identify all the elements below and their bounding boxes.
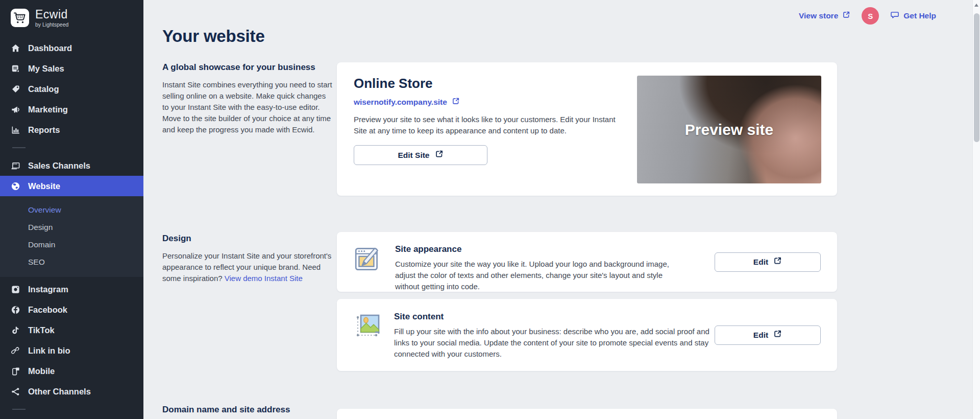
page-scrollbar — [972, 0, 980, 419]
sidebar-item-catalog[interactable]: Catalog — [0, 79, 143, 99]
design-section: Design Personalize your Instant Site and… — [162, 234, 334, 284]
online-store-card: Online Store wisernotify.company.site Pr… — [337, 62, 837, 196]
submenu-item-label: Overview — [28, 205, 61, 215]
brand-tagline: by Lightspeed — [35, 22, 68, 28]
view-store-link[interactable]: View store — [799, 11, 850, 21]
sidebar-nav: Dashboard My Sales Catalog — [0, 38, 143, 410]
sidebar: Ecwid by Lightspeed Dashboard My Sales — [0, 0, 143, 419]
sidebar-channels: Instagram Facebook TikTok — [0, 279, 143, 402]
site-appearance-icon — [353, 244, 383, 276]
sidebar-item-label: TikTok — [28, 325, 55, 335]
design-body: Personalize your Instant Site and your s… — [162, 250, 334, 284]
brand-name: Ecwid — [35, 9, 68, 20]
sidebar-item-label: Mobile — [28, 366, 55, 376]
sidebar-item-label: Instagram — [28, 285, 68, 294]
tiktok-icon — [10, 325, 20, 335]
sidebar-item-dashboard[interactable]: Dashboard — [0, 38, 143, 58]
sidebar-item-marketing[interactable]: Marketing — [0, 99, 143, 120]
topbar: View store S Get Help — [799, 7, 936, 25]
domain-card — [337, 409, 837, 419]
intro-body: Instant Site combines everything you nee… — [162, 79, 334, 135]
storefront-icon — [10, 161, 20, 171]
submenu-item-seo[interactable]: SEO — [0, 253, 143, 271]
site-url-link[interactable]: wisernotify.company.site — [354, 98, 447, 107]
share-icon — [10, 387, 20, 397]
intro-heading: A global showcase for your business — [162, 62, 334, 73]
sidebar-item-label: Reports — [28, 125, 60, 135]
receipt-icon — [10, 64, 20, 74]
submenu-item-label: Design — [28, 223, 53, 232]
user-avatar[interactable]: S — [862, 7, 879, 25]
view-demo-link[interactable]: View demo Instant Site — [225, 274, 303, 283]
scrollbar-thumb[interactable] — [974, 13, 979, 142]
sidebar-item-link-in-bio[interactable]: Link in bio — [0, 340, 143, 361]
external-link-icon — [452, 97, 460, 107]
sidebar-item-website[interactable]: Website — [0, 176, 143, 196]
sidebar-item-label: Dashboard — [28, 43, 72, 53]
online-store-description: Preview your site to see what it looks l… — [354, 114, 629, 136]
sidebar-item-mobile[interactable]: Mobile — [0, 361, 143, 381]
sidebar-item-label: Marketing — [28, 105, 68, 114]
get-help-link[interactable]: Get Help — [890, 10, 936, 21]
tag-icon — [10, 84, 20, 94]
external-link-icon — [842, 11, 850, 21]
site-appearance-edit-button[interactable]: Edit — [715, 252, 821, 272]
sidebar-item-label: Other Channels — [28, 387, 91, 397]
sidebar-item-other-channels[interactable]: Other Channels — [0, 381, 143, 402]
edit-label: Edit — [753, 258, 768, 267]
external-link-icon — [773, 330, 782, 340]
avatar-initial: S — [868, 12, 873, 20]
site-content-card: Site content Fill up your site with the … — [337, 299, 837, 371]
sidebar-divider — [12, 147, 26, 148]
sidebar-item-label: Facebook — [28, 305, 67, 315]
submenu-item-overview[interactable]: Overview — [0, 201, 143, 219]
chat-bubble-icon — [890, 10, 899, 21]
edit-site-label: Edit Site — [398, 151, 429, 160]
preview-site-image[interactable]: Preview site — [637, 76, 821, 183]
instagram-icon — [10, 285, 20, 294]
domain-section-heading: Domain name and site address — [162, 405, 290, 415]
submenu-item-domain[interactable]: Domain — [0, 236, 143, 253]
edit-site-button[interactable]: Edit Site — [354, 145, 487, 165]
globe-icon — [10, 181, 20, 191]
scrollbar-up-arrow[interactable] — [974, 4, 978, 7]
main-content: View store S Get Help Your website A glo… — [143, 0, 980, 419]
website-submenu: Overview Design Domain SEO — [0, 196, 143, 277]
submenu-item-design[interactable]: Design — [0, 219, 143, 236]
design-heading: Design — [162, 234, 334, 244]
site-appearance-card: Site appearance Customize your site the … — [337, 232, 837, 292]
sidebar-item-reports[interactable]: Reports — [0, 120, 143, 140]
link-icon — [10, 346, 20, 356]
site-content-title: Site content — [394, 312, 713, 322]
site-content-icon — [352, 312, 382, 343]
sidebar-item-label: Catalog — [28, 84, 59, 94]
home-icon — [10, 43, 20, 53]
sidebar-item-my-sales[interactable]: My Sales — [0, 58, 143, 79]
sidebar-item-facebook[interactable]: Facebook — [0, 299, 143, 320]
site-content-body: Fill up your site with the info about yo… — [394, 326, 713, 360]
external-link-icon — [773, 257, 782, 267]
get-help-label: Get Help — [903, 11, 936, 20]
page-title: Your website — [162, 27, 265, 46]
sidebar-item-label: Website — [28, 181, 60, 191]
ecwid-cart-icon — [10, 8, 30, 28]
intro-section: A global showcase for your business Inst… — [162, 62, 334, 135]
submenu-item-label: Domain — [28, 240, 55, 249]
external-link-icon — [435, 150, 444, 160]
bar-chart-icon — [10, 125, 20, 135]
sidebar-item-instagram[interactable]: Instagram — [0, 279, 143, 299]
site-content-edit-button[interactable]: Edit — [715, 325, 821, 345]
sidebar-item-label: My Sales — [28, 64, 64, 74]
edit-label: Edit — [753, 331, 768, 340]
sidebar-divider-bottom — [12, 409, 26, 410]
sidebar-item-tiktok[interactable]: TikTok — [0, 320, 143, 340]
brand-logo[interactable]: Ecwid by Lightspeed — [10, 8, 143, 28]
preview-site-label: Preview site — [685, 121, 773, 138]
sidebar-item-label: Sales Channels — [28, 161, 90, 171]
mobile-icon — [10, 366, 20, 376]
sidebar-item-label: Link in bio — [28, 346, 70, 356]
submenu-item-label: SEO — [28, 258, 45, 267]
view-store-label: View store — [799, 11, 838, 20]
sidebar-item-sales-channels[interactable]: Sales Channels — [0, 155, 143, 176]
megaphone-icon — [10, 105, 20, 114]
